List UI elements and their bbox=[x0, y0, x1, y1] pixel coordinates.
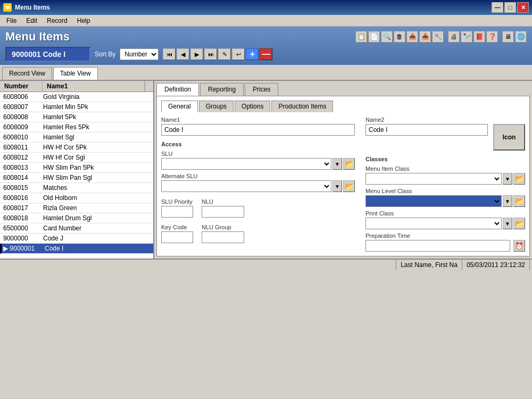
app-icon: 🍽 bbox=[3, 3, 12, 12]
tab-table-view[interactable]: Table View bbox=[53, 67, 98, 80]
list-item[interactable]: 6008017 Rizla Green bbox=[0, 203, 153, 213]
sort-select[interactable]: Number Name1 Name2 bbox=[120, 48, 159, 60]
print-class-label: Print Class bbox=[365, 210, 525, 217]
menu-item-class-select[interactable] bbox=[365, 173, 502, 185]
find-icon[interactable]: 🔍 bbox=[381, 31, 393, 43]
alt-slu-select[interactable] bbox=[161, 180, 331, 192]
nav-next-button[interactable]: ▶ bbox=[190, 48, 203, 60]
menu-item-class-group: Menu Item Class ▼ 📂 bbox=[365, 165, 525, 185]
help2-icon[interactable]: ❓ bbox=[486, 31, 498, 43]
status-datetime: 05/03/2011 23:12:32 bbox=[462, 260, 530, 270]
menu-item-class-folder[interactable]: 📂 bbox=[513, 173, 525, 185]
slu-select[interactable] bbox=[161, 158, 331, 170]
right-panel: Definition Reporting Prices General Grou… bbox=[154, 81, 532, 259]
nav-last-button[interactable]: ⏭ bbox=[204, 48, 217, 60]
alt-slu-field-group: Alternate SLU ▼ 📂 bbox=[161, 173, 355, 192]
tab-prices[interactable]: Prices bbox=[245, 83, 278, 96]
list-item[interactable]: 6008014 HW Slim Pan Sgl bbox=[0, 173, 153, 183]
right-form-col: Name2 Icon Classes Menu Item Class bbox=[365, 117, 525, 252]
settings-icon[interactable]: 🔧 bbox=[432, 31, 444, 43]
icon-button[interactable]: Icon bbox=[493, 124, 525, 151]
record-number-display: 9000001 Code I bbox=[5, 47, 90, 62]
nav-undo-button[interactable]: ↩ bbox=[232, 48, 245, 60]
slu-field-group: SLU ▼ 📂 bbox=[161, 151, 355, 170]
print-class-arrow[interactable]: ▼ bbox=[503, 218, 512, 229]
tab-reporting[interactable]: Reporting bbox=[200, 83, 244, 96]
inner-tab-production[interactable]: Production Items bbox=[271, 101, 333, 112]
menu-level-class-arrow[interactable]: ▼ bbox=[503, 195, 512, 207]
network-icon[interactable]: 🌐 bbox=[515, 31, 527, 43]
close-button[interactable]: ✕ bbox=[517, 2, 529, 13]
list-item[interactable]: 6008010 Hamlet Sgl bbox=[0, 132, 153, 143]
window-title: Menu Items bbox=[15, 4, 50, 11]
name2-input[interactable] bbox=[365, 124, 488, 136]
nlu-group-label: NLU Group bbox=[202, 224, 244, 230]
slu-dropdown-arrow[interactable]: ▼ bbox=[332, 158, 342, 170]
menu-level-class-select[interactable] bbox=[365, 195, 502, 207]
list-item[interactable]: 6500000 Card Number bbox=[0, 223, 153, 234]
nav-delete-button[interactable]: — bbox=[260, 48, 272, 60]
export-icon[interactable]: 📤 bbox=[406, 31, 418, 43]
name1-input[interactable] bbox=[161, 124, 355, 136]
import-icon[interactable]: 📥 bbox=[419, 31, 431, 43]
list-item[interactable]: 9000000 Code J bbox=[0, 234, 153, 244]
minimize-button[interactable]: — bbox=[492, 2, 503, 13]
nav-first-button[interactable]: ⏮ bbox=[163, 48, 176, 60]
maximize-button[interactable]: □ bbox=[504, 2, 516, 13]
list-item[interactable]: 6008009 Hamlet Res 5Pk bbox=[0, 122, 153, 132]
status-left bbox=[2, 260, 396, 270]
print-class-folder[interactable]: 📂 bbox=[513, 218, 525, 229]
list-item[interactable]: 6008015 Matches bbox=[0, 183, 153, 193]
tab-definition[interactable]: Definition bbox=[156, 83, 199, 96]
list-item[interactable]: 6008008 Hamlet 5Pk bbox=[0, 112, 153, 122]
content-area: Number Name1 6008006 Gold Virginia 60080… bbox=[0, 80, 532, 259]
book-icon[interactable]: 📕 bbox=[473, 31, 485, 43]
print-class-select[interactable] bbox=[365, 218, 502, 229]
slu-folder-button[interactable]: 📂 bbox=[343, 158, 355, 170]
delete-icon[interactable]: 🗑 bbox=[394, 31, 405, 43]
list-item[interactable]: 6008006 Gold Virginia bbox=[0, 92, 153, 102]
menu-record[interactable]: Record bbox=[43, 16, 72, 26]
alt-slu-dropdown-arrow[interactable]: ▼ bbox=[332, 180, 342, 192]
list-item[interactable]: 6008013 HW Slim Pan 5Pk bbox=[0, 163, 153, 173]
copy-icon[interactable]: 📋 bbox=[355, 31, 367, 43]
alt-slu-dropdown-row: ▼ 📂 bbox=[161, 180, 355, 192]
inner-tab-groups[interactable]: Groups bbox=[199, 101, 234, 112]
nav-edit-button[interactable]: ✎ bbox=[218, 48, 231, 60]
left-panel: Number Name1 6008006 Gold Virginia 60080… bbox=[0, 81, 154, 259]
list-item[interactable]: 6008016 Old Holborn bbox=[0, 193, 153, 203]
nlu-input[interactable] bbox=[202, 206, 244, 218]
definition-tab-content: General Groups Options Production Items … bbox=[156, 96, 530, 256]
list-item[interactable]: 6008007 Hamlet Min 5Pk bbox=[0, 102, 153, 112]
list-item[interactable]: 6008011 HW Hf Cor 5Pk bbox=[0, 143, 153, 153]
paste-icon[interactable]: 📄 bbox=[368, 31, 380, 43]
slu-priority-input[interactable] bbox=[161, 206, 193, 218]
keycode-nlugroup-row: Key Code NLU Group bbox=[161, 224, 355, 243]
inner-tab-options[interactable]: Options bbox=[235, 101, 270, 112]
menu-help[interactable]: Help bbox=[73, 16, 95, 26]
tab-record-view[interactable]: Record View bbox=[2, 67, 52, 80]
print-class-row: ▼ 📂 bbox=[365, 218, 525, 229]
key-code-input[interactable] bbox=[161, 231, 193, 243]
menu-item-class-arrow[interactable]: ▼ bbox=[503, 173, 512, 185]
record-list[interactable]: 6008006 Gold Virginia 6008007 Hamlet Min… bbox=[0, 92, 153, 259]
nav-add-button[interactable]: + bbox=[246, 48, 259, 60]
nlu-group-input[interactable] bbox=[202, 231, 244, 243]
list-item-selected[interactable]: ▶ 9000001 Code I bbox=[0, 244, 153, 254]
slu-priority-label: SLU Priority bbox=[161, 198, 193, 205]
alt-slu-folder-button[interactable]: 📂 bbox=[343, 180, 355, 192]
inner-tab-general[interactable]: General bbox=[161, 101, 198, 112]
nav-prev-button[interactable]: ◀ bbox=[177, 48, 189, 60]
search2-icon[interactable]: 🔭 bbox=[461, 31, 472, 43]
print-icon[interactable]: 🖨 bbox=[448, 31, 460, 43]
prep-time-clock-button[interactable]: ⏰ bbox=[513, 240, 525, 252]
menu-edit[interactable]: Edit bbox=[22, 16, 41, 26]
menu-file[interactable]: File bbox=[2, 16, 21, 26]
prep-time-input[interactable] bbox=[365, 240, 510, 252]
menu-bar: File Edit Record Help bbox=[0, 15, 532, 27]
monitor-icon[interactable]: 🖥 bbox=[502, 31, 514, 43]
list-item[interactable]: 6008012 HW Hf Cor Sgl bbox=[0, 153, 153, 163]
view-tabs: Record View Table View bbox=[0, 65, 532, 80]
list-item[interactable]: 6008018 Hamlet Drum Sgl bbox=[0, 213, 153, 223]
menu-level-class-folder[interactable]: 📂 bbox=[513, 195, 525, 207]
